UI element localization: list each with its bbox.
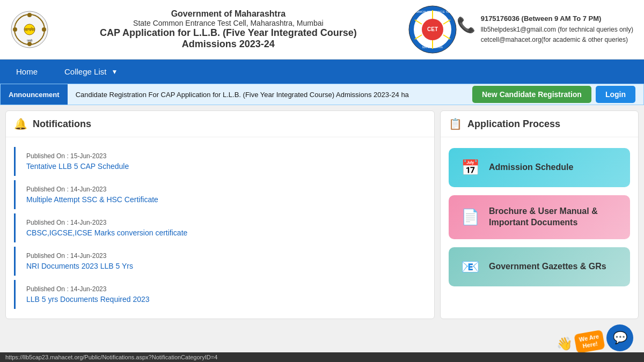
list-item: Published On : 14-Jun-2023 CBSC,IGCSE,IC… [14, 213, 426, 242]
announcement-text: Candidate Registration For CAP Applicati… [68, 91, 417, 99]
svg-point-5 [27, 13, 32, 17]
announcement-buttons: New Candidate Registration Login [472, 86, 643, 103]
notification-date: Published On : 14-Jun-2023 [26, 285, 415, 293]
application-process-button[interactable]: 📧 Government Gazettes & GRs [449, 247, 630, 286]
notification-date: Published On : 14-Jun-2023 [26, 186, 415, 193]
application-process-button[interactable]: 📅 Admission Schedule [449, 148, 630, 187]
main-content: 🔔 Notifications Published On : 15-Jun-20… [0, 105, 644, 324]
app-button-icon: 📄 [459, 208, 481, 226]
app-button-label: Admission Schedule [489, 162, 619, 173]
cet-logo: CET COMMON ENTRANCE TEST MAHARASHTRA [408, 5, 457, 54]
phone-icon: 📞 [457, 16, 475, 34]
notifications-list[interactable]: Published On : 15-Jun-2023 Tentative LLB… [6, 137, 434, 319]
page-header: सत्यमेव जयते Government of Maharashtra S… [0, 0, 644, 60]
email-academic: cetcell@mahacet.org(for academic & other… [481, 35, 633, 45]
login-button[interactable]: Login [596, 86, 635, 103]
bell-icon: 🔔 [14, 117, 27, 130]
svg-text:जयते: जयते [26, 39, 33, 42]
notification-link[interactable]: Multiple Attempt SSC & HSC Certificate [26, 195, 158, 204]
nav-college-list[interactable]: College List ▼ [48, 60, 123, 84]
notification-link[interactable]: Tentative LLB 5 CAP Schedule [26, 162, 129, 171]
header-line1: Government of Maharashtra [48, 9, 408, 19]
application-process-buttons: 📅 Admission Schedule 📄 Brochure & User M… [441, 137, 638, 297]
notification-link[interactable]: NRI Documents 2023 LLB 5 Yrs [26, 262, 133, 270]
app-button-label: Government Gazettes & GRs [489, 261, 619, 272]
app-button-icon: 📅 [459, 159, 481, 176]
app-button-label: Brochure & User Manual & Important Docum… [489, 206, 619, 228]
notification-link[interactable]: CBSC,IGCSE,ICSE Marks conversion certifi… [26, 228, 187, 237]
application-process-icon: 📋 [449, 117, 462, 130]
header-line3: CAP Application for L.L.B. (Five Year In… [48, 27, 408, 39]
maharashtra-seal: सत्यमेव जयते [11, 11, 48, 48]
notification-date: Published On : 14-Jun-2023 [26, 252, 415, 260]
svg-text:CET: CET [427, 26, 438, 32]
header-line4: Admissions 2023-24 [48, 39, 408, 50]
list-item: Published On : 14-Jun-2023 Multiple Atte… [14, 180, 426, 209]
new-candidate-registration-button[interactable]: New Candidate Registration [472, 86, 591, 103]
svg-point-8 [13, 27, 17, 32]
nav-home[interactable]: Home [5, 61, 48, 83]
header-line2: State Common Entrance Test Cell, Maharas… [48, 19, 408, 27]
navbar: Home College List ▼ [0, 60, 644, 84]
phone-number: 9175176036 (Between 9 AM To 7 PM) [481, 13, 633, 25]
list-item: Published On : 15-Jun-2023 Tentative LLB… [14, 147, 426, 176]
svg-point-7 [27, 42, 32, 46]
svg-point-6 [42, 27, 46, 32]
notification-date: Published On : 14-Jun-2023 [26, 219, 415, 226]
announcement-label: Announcement [1, 84, 68, 105]
application-process-button[interactable]: 📄 Brochure & User Manual & Important Doc… [449, 195, 630, 239]
contact-details: 9175176036 (Between 9 AM To 7 PM) llb5he… [481, 13, 633, 45]
notifications-header: 🔔 Notifications [6, 111, 434, 137]
chevron-down-icon: ▼ [111, 68, 118, 76]
svg-text:सत्यमेव: सत्यमेव [24, 27, 35, 32]
nav-college-list-link[interactable]: College List [54, 61, 109, 83]
contact-info-block: 📞 9175176036 (Between 9 AM To 7 PM) llb5… [457, 13, 633, 45]
list-item: Published On : 14-Jun-2023 NRI Documents… [14, 247, 426, 276]
app-button-icon: 📧 [459, 258, 481, 276]
announcement-bar: Announcement Candidate Registration For … [0, 84, 644, 105]
notification-date: Published On : 15-Jun-2023 [26, 152, 415, 160]
list-item: Published On : 14-Jun-2023 LLB 5 yrs Doc… [14, 280, 426, 309]
notifications-panel: 🔔 Notifications Published On : 15-Jun-20… [5, 110, 435, 319]
email-technical: llb5helpdesk1@gmail.com (for technical q… [481, 25, 633, 35]
header-title-block: Government of Maharashtra State Common E… [48, 9, 408, 50]
application-process-title: Application Process [467, 119, 560, 130]
application-process-panel: 📋 Application Process 📅 Admission Schedu… [440, 110, 639, 319]
notifications-title: Notifications [33, 119, 91, 130]
application-process-header: 📋 Application Process [441, 111, 638, 137]
notification-link[interactable]: LLB 5 yrs Documents Required 2023 [26, 295, 150, 304]
